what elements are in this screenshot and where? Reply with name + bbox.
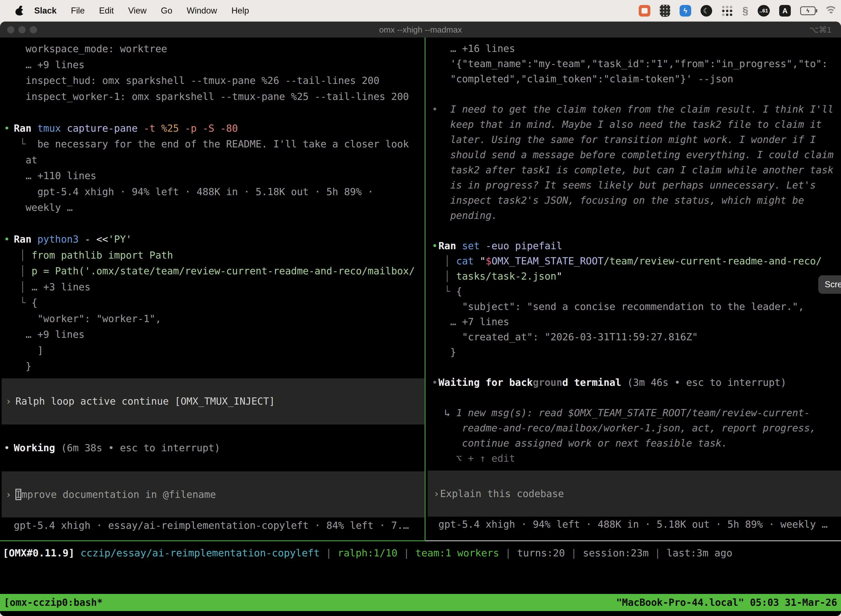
badge-61-icon[interactable]: ..61 bbox=[757, 5, 770, 16]
text-segment: /team/review-current-readme-and-reco/ bbox=[604, 255, 822, 267]
screenshot-tooltip: Scre bbox=[818, 276, 841, 294]
battery-icon[interactable]: ϟ bbox=[800, 6, 816, 15]
waiting-status-line: •Waiting for background terminal (3m 46s… bbox=[426, 375, 841, 390]
terminal-line: └ { bbox=[0, 295, 424, 311]
tmux-host-clock-label: "MacBook-Pro-44.local" 05:03 31-Mar-26 bbox=[616, 597, 837, 608]
terminal-line: at bbox=[0, 152, 424, 168]
ran-tmux-command-line: •Ran tmux capture-pane -t %25 -p -S -80 bbox=[0, 120, 424, 136]
text-segment: should send a message before completing … bbox=[438, 149, 834, 160]
text-segment: team:1 workers bbox=[416, 547, 505, 559]
terminal-line: │ … +3 lines bbox=[0, 279, 424, 295]
text-segment: << bbox=[96, 233, 108, 245]
menu-item-file[interactable]: File bbox=[71, 6, 85, 15]
terminal-line: │ p = Path('.omx/state/team/review-curre… bbox=[0, 263, 424, 279]
a-key-icon[interactable]: A bbox=[779, 5, 791, 16]
pane-separator-left bbox=[0, 540, 425, 541]
text-segment: python3 bbox=[38, 233, 85, 245]
terminal-line: "completed","claim_token":"claim-token"}… bbox=[426, 71, 841, 87]
prompt-input-right[interactable]: ›Explain this codebase bbox=[428, 471, 841, 517]
text-segment: keep that in mind. Maybe I also need the… bbox=[438, 119, 822, 130]
text-segment: '{"team_name":"my-team","task_id":"1","f… bbox=[438, 58, 828, 69]
terminal-line: ›Improve documentation in @filename bbox=[1, 487, 216, 503]
ran-cat-command-line: •Ran set -euo pipefail bbox=[426, 238, 841, 253]
terminal-line: } bbox=[0, 358, 424, 374]
screen: { "menu_bar": { "app_name": "Slack", "it… bbox=[0, 0, 841, 616]
terminal-line: '{"team_name":"my-team","task_id":"1","f… bbox=[426, 56, 841, 71]
text-segment: inspect_hud: omx sparkshell --tmux-pane … bbox=[14, 75, 379, 86]
terminal-line: inspect_worker-1: omx sparkshell --tmux-… bbox=[0, 89, 424, 105]
text-segment: ralph:1/10 bbox=[338, 547, 403, 559]
menu-item-edit[interactable]: Edit bbox=[99, 6, 114, 15]
text-segment: … +16 lines bbox=[438, 43, 515, 54]
menu-item-help[interactable]: Help bbox=[231, 6, 249, 15]
text-segment: pending. bbox=[438, 210, 498, 221]
menu-item-view[interactable]: View bbox=[128, 6, 147, 15]
text-segment: -80 bbox=[220, 123, 238, 134]
window-shortcut-hint: ⌥⌘1 bbox=[809, 22, 832, 38]
terminal-line: should send a message before completing … bbox=[426, 147, 841, 162]
pane-divider[interactable] bbox=[425, 38, 425, 540]
text-segment: tasks/task-2.json bbox=[456, 270, 556, 282]
text-segment: { bbox=[456, 286, 462, 297]
text-segment: [OMX#0.11.9] bbox=[3, 547, 81, 559]
window-title: omx --xhigh --madmax bbox=[0, 22, 841, 38]
text-segment: capture-pane bbox=[67, 123, 144, 134]
text-segment: ] bbox=[14, 345, 43, 356]
apple-logo-icon[interactable] bbox=[15, 6, 24, 15]
squiggle-icon[interactable]: § bbox=[743, 5, 748, 17]
line-bullet: • bbox=[432, 375, 438, 390]
right-terminal-pane[interactable]: … +16 lines '{"team_name":"my-team","tas… bbox=[426, 38, 841, 544]
text-segment: later. Using the same for transition mig… bbox=[438, 134, 816, 145]
wifi-icon[interactable] bbox=[825, 6, 837, 15]
text-segment: task2 after task1 is complete, but can I… bbox=[438, 164, 834, 176]
thinking-text: • I need to get the claim token from the… bbox=[426, 101, 841, 117]
blue-bolt-icon[interactable]: ϟ bbox=[680, 5, 691, 16]
dots-grid-icon[interactable] bbox=[722, 5, 733, 16]
text-segment: | bbox=[325, 547, 337, 559]
text-segment: Ran bbox=[438, 240, 462, 251]
text-segment: be necessary for the end of the README. … bbox=[38, 138, 409, 150]
terminal-line: └ { bbox=[426, 284, 841, 299]
text-segment: $ bbox=[486, 255, 491, 267]
terminal-line: ›Explain this codebase bbox=[428, 486, 564, 501]
terminal-line: "subject": "send a concise recommendatio… bbox=[426, 299, 841, 314]
text-segment: d terminal bbox=[562, 377, 627, 388]
menu-item-go[interactable]: Go bbox=[161, 6, 172, 15]
text-segment: "worker": "worker-1", bbox=[14, 313, 161, 324]
window-title-bar[interactable]: omx --xhigh --madmax ⌥⌘1 bbox=[0, 22, 841, 38]
menu-item-window[interactable]: Window bbox=[186, 6, 217, 15]
text-segment: (3m 46s • esc to interrupt) bbox=[627, 377, 786, 388]
text-segment: - bbox=[84, 233, 96, 245]
text-segment: weekly … bbox=[14, 202, 73, 213]
line-bullet: • bbox=[432, 238, 438, 253]
text-segment: … +9 lines bbox=[14, 329, 84, 340]
text-segment: | bbox=[505, 547, 517, 559]
text-segment: set bbox=[462, 240, 486, 251]
menu-app-name[interactable]: Slack bbox=[34, 6, 57, 16]
ralph-loop-banner[interactable]: ›Ralph loop active continue [OMX_TMUX_IN… bbox=[1, 378, 424, 424]
text-segment: } bbox=[14, 361, 31, 372]
terminal-line: … +16 lines bbox=[426, 41, 841, 56]
terminal-line: … +9 lines bbox=[0, 327, 424, 343]
tmux-status-bar: [omx-cczip0:bash* "MacBook-Pro-44.local"… bbox=[0, 594, 841, 611]
blank-line bbox=[426, 223, 841, 238]
left-terminal-pane[interactable]: workspace_mode: worktree … +9 lines insp… bbox=[0, 38, 424, 544]
prompt-input-left[interactable]: ›Improve documentation in @filename bbox=[1, 471, 424, 518]
text-segment: inspect task2's JSON, focusing on the st… bbox=[438, 195, 804, 206]
text-segment: gpt-5.4 xhigh · 94% left · 488K in · 5.1… bbox=[438, 519, 828, 530]
terminal-line: later. Using the same for transition mig… bbox=[426, 132, 841, 147]
text-segment: turns:20 bbox=[517, 547, 571, 559]
orange-chat-icon[interactable] bbox=[639, 5, 651, 16]
moon-icon[interactable]: ☾ bbox=[700, 5, 712, 16]
text-segment: inspect_worker-1: omx sparkshell --tmux-… bbox=[14, 91, 409, 102]
screenshot-tooltip-label: Scre bbox=[825, 280, 841, 289]
text-segment: │ bbox=[14, 281, 31, 293]
blank-line bbox=[426, 87, 841, 101]
text-segment: -t bbox=[144, 123, 161, 134]
text-segment: └ bbox=[438, 286, 456, 297]
grid-shield-icon[interactable] bbox=[660, 5, 670, 17]
text-segment: tmux bbox=[38, 123, 67, 134]
terminal-line: ↳ 1 new msg(s): read $OMX_TEAM_STATE_ROO… bbox=[426, 405, 841, 420]
text-segment: "subject": "send a concise recommendatio… bbox=[438, 301, 804, 312]
text-segment: Explain this codebase bbox=[440, 488, 564, 499]
